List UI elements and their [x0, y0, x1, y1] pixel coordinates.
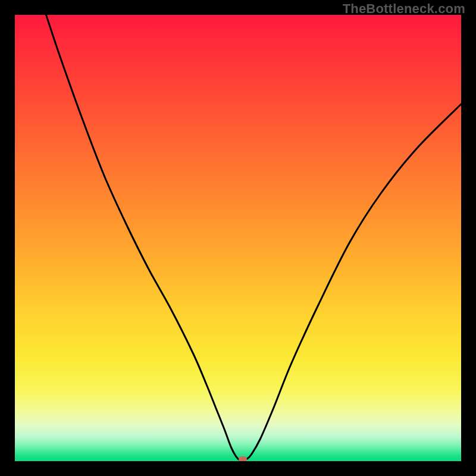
optimum-marker — [239, 456, 247, 461]
bottleneck-curve-path — [46, 15, 462, 460]
plot-area — [15, 15, 461, 461]
chart-frame: TheBottleneck.com — [0, 0, 476, 476]
watermark-text: TheBottleneck.com — [343, 1, 465, 17]
curve-svg — [15, 15, 461, 461]
